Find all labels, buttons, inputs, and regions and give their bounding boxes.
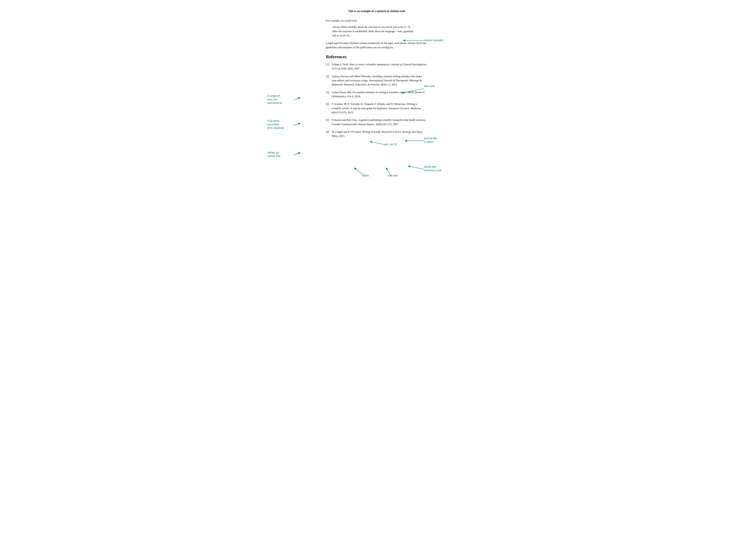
ref-num-3: [3] (326, 90, 332, 99)
annotation-full-name-line3: (if in databse) (268, 126, 284, 129)
annotation-journal-italics-line2: in italics (424, 140, 433, 143)
arrow-year-last (386, 168, 391, 176)
ref-text-1: Ushma S. Neill. How to write a scientifi… (332, 62, 427, 71)
annotation-colon: colon (363, 174, 369, 177)
arrow-colon (355, 168, 364, 176)
annotation-year-last: year last (387, 174, 398, 177)
blockquote: Always think carefully about the structu… (332, 25, 427, 38)
intro-text: For example, we could write: (326, 19, 427, 22)
ref-num-5: [5] (326, 118, 332, 126)
arrow-in-order (294, 98, 300, 100)
reference-item-6: [6] M. Cargill and P. O'Connor. Writing … (326, 130, 427, 138)
annotation-and-not-amp: 'and', not '&' (383, 143, 397, 146)
arrow-sentence-case (408, 166, 424, 169)
reference-item-1: [1] Ushma S. Neill. How to write a scien… (326, 62, 427, 71)
annotation-in-order-line2: use, not (268, 98, 277, 101)
ref-text-3: Carlos Flores-Mir. 10 common mistakes in… (332, 90, 427, 99)
annotation-full-name-line1: Full name, (268, 119, 280, 122)
reference-item-3: [3] Carlos Flores-Mir. 10 common mistake… (326, 90, 427, 99)
annotation-in-order-line3: alphabetical (268, 101, 282, 104)
ref-num-6: [6] (326, 130, 332, 138)
annotation-sentence-case-line1: article title (424, 165, 436, 168)
references-heading: References (326, 54, 427, 59)
annotation-full-name-line2: not initials (268, 123, 280, 126)
ref-num-1: [1] (326, 62, 332, 71)
ref-text-4: F. Ecarnot, M.-F. Seronde, R. Chopard, F… (332, 102, 427, 115)
annotation-sentence-case-line2: sentence case (424, 169, 441, 172)
reference-item-2: [2] Antony Porcino and Albert Moraska. A… (326, 74, 427, 87)
ref-text-6: M. Cargill and P. O'Connor. Writing Scie… (332, 130, 427, 138)
reference-list: [1] Ushma S. Neill. How to write a scien… (326, 62, 427, 138)
body-paragraph: Cargill and O'Connor [6] have written ex… (326, 41, 427, 50)
reference-item-4: [4] F. Ecarnot, M.-F. Seronde, R. Chopar… (326, 102, 427, 115)
annotation-in-order-line1: in order of (268, 94, 280, 97)
arrow-full-name (294, 123, 300, 125)
ref-5-journal: Canada Communicable Disease Report (332, 123, 374, 126)
ref-3-journal: APOS Trends in Orthodontics (332, 91, 425, 98)
arrow-initials (294, 153, 300, 155)
blockquote-line-1: Always think carefully about the structu… (332, 25, 427, 38)
ref-num-4: [4] (326, 102, 332, 115)
arrow-and-not-amp (370, 142, 383, 144)
reference-item-5: [5] P Huston and Bck Choi. A guide to pu… (326, 118, 427, 126)
ref-4-journal: European Geriatric Medicine (389, 107, 420, 110)
page-container: This is an example of a numerical citati… (294, 6, 437, 151)
ref-num-2: [2] (326, 74, 332, 87)
ref-text-5: P Huston and Bck Choi. A guide to publis… (332, 118, 427, 126)
ref-6-journal: Writing Scientific Research Articles: St… (363, 130, 422, 133)
page-title: This is an example of a numerical citati… (326, 9, 427, 13)
ref-text-2: Antony Porcino and Albert Moraska. Avoid… (332, 74, 427, 87)
annotation-initials-line2: name) first (268, 155, 280, 158)
ref-1-journal: Journal of Clinical Investigation (391, 63, 426, 66)
annotation-initials-line1: Initials (or (268, 151, 279, 154)
ref-2-journal: International Journal of Therapeutic Mas… (332, 79, 422, 86)
